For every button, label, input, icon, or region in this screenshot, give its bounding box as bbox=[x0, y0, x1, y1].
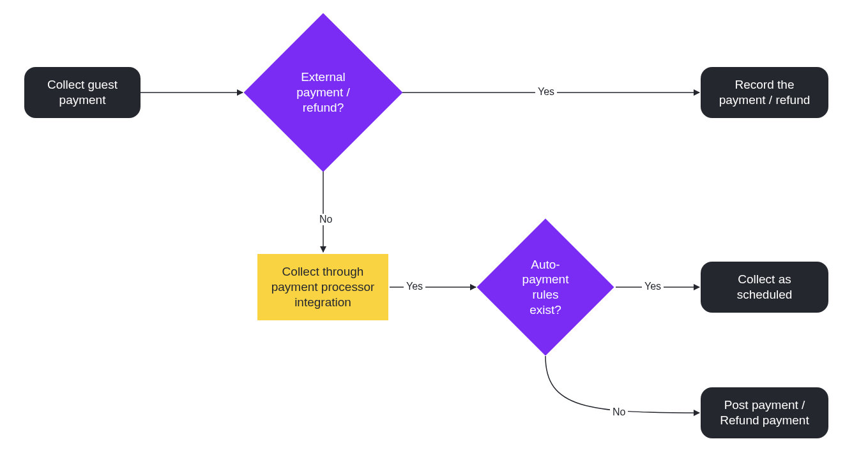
node-label: Collect asscheduled bbox=[737, 272, 793, 302]
node-label: Externalpayment /refund? bbox=[267, 36, 379, 149]
node-label: Post payment /Refund payment bbox=[720, 398, 809, 428]
node-collect-guest-payment: Collect guestpayment bbox=[24, 67, 141, 118]
edge-label-d2-no: No bbox=[610, 406, 628, 418]
node-label: Collect throughpayment processorintegrat… bbox=[271, 264, 375, 309]
edge-label-process-yes: Yes bbox=[404, 281, 425, 292]
node-external-payment-decision: Externalpayment /refund? bbox=[267, 36, 379, 149]
flowchart-canvas: Collect guestpayment Externalpayment /re… bbox=[0, 0, 868, 469]
edge-label-d1-no: No bbox=[317, 214, 335, 225]
node-label: Auto-paymentrulesexist? bbox=[497, 239, 594, 336]
edge-label-d2-yes: Yes bbox=[642, 281, 664, 292]
node-record-payment-refund: Record thepayment / refund bbox=[701, 67, 828, 118]
node-auto-payment-rules-decision: Auto-paymentrulesexist? bbox=[497, 239, 594, 336]
node-label: Record thepayment / refund bbox=[719, 77, 811, 108]
node-collect-as-scheduled: Collect asscheduled bbox=[701, 262, 828, 313]
edge-label-d1-yes: Yes bbox=[535, 86, 557, 98]
edge-d2-no bbox=[545, 356, 699, 413]
node-post-refund-payment: Post payment /Refund payment bbox=[701, 387, 828, 438]
node-label: Collect guestpayment bbox=[47, 77, 118, 108]
node-collect-through-processor: Collect throughpayment processorintegrat… bbox=[257, 254, 388, 320]
